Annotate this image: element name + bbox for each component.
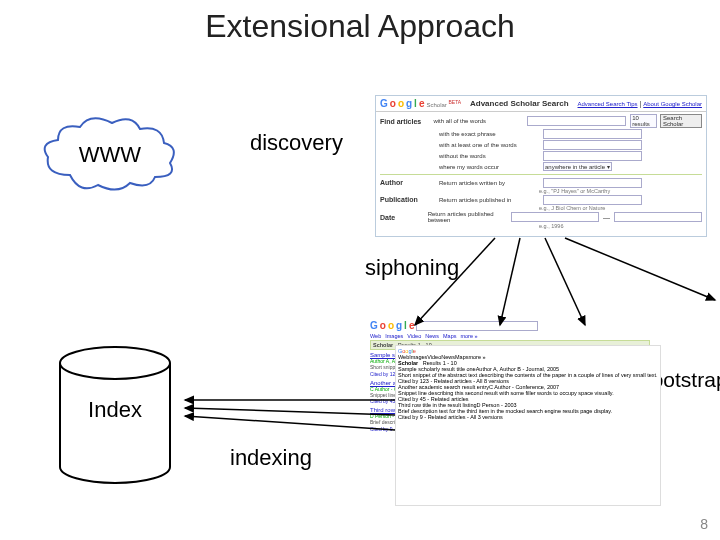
where-dropdown[interactable]: anywhere in the article ▾ xyxy=(543,162,612,171)
row-where: where my words occur xyxy=(439,164,539,170)
row-least: with at least one of the words xyxy=(439,142,539,148)
svg-line-1 xyxy=(415,238,495,325)
svg-line-2 xyxy=(500,238,520,325)
svg-line-4 xyxy=(565,238,715,300)
pub-label: Publication xyxy=(380,196,435,203)
results-list-front: Sample scholarly result title oneAuthor … xyxy=(398,366,658,420)
tips-link[interactable]: Advanced Search Tips xyxy=(578,101,638,107)
cloud-www: WWW xyxy=(40,115,180,195)
author-sub: Return articles written by xyxy=(439,180,539,186)
date-sub: Return articles published between xyxy=(428,211,507,223)
input-all-words[interactable] xyxy=(527,116,626,126)
cloud-label: WWW xyxy=(40,115,180,195)
label-indexing: indexing xyxy=(230,445,312,471)
label-siphoning: siphoning xyxy=(365,255,459,281)
search-results-front: Google WebImagesVideoNewsMapsmore » Scho… xyxy=(395,345,661,506)
svg-line-7 xyxy=(185,416,395,430)
row-phrase: with the exact phrase xyxy=(439,131,539,137)
page-number: 8 xyxy=(700,516,708,532)
date-hint: e.g., 1996 xyxy=(539,223,702,229)
search-box-back[interactable] xyxy=(416,321,538,331)
google-scholar-logo: Google Scholar BETA xyxy=(380,98,461,109)
about-link[interactable]: About Google Scholar xyxy=(643,101,702,107)
date-label: Date xyxy=(380,214,424,221)
results-count[interactable]: 10 results xyxy=(630,114,657,128)
row-without: without the words xyxy=(439,153,539,159)
google-logo-small: Google xyxy=(370,320,650,331)
svg-line-3 xyxy=(545,238,585,325)
form-title: Advanced Scholar Search xyxy=(470,99,569,108)
input-date-to[interactable] xyxy=(614,212,702,222)
cylinder-label: Index xyxy=(55,340,175,480)
input-date-from[interactable] xyxy=(511,212,599,222)
input-without[interactable] xyxy=(543,151,642,161)
label-discovery: discovery xyxy=(250,130,343,156)
pub-sub: Return articles published in xyxy=(439,197,539,203)
cylinder-index: Index xyxy=(55,345,175,485)
input-author[interactable] xyxy=(543,178,642,188)
input-publication[interactable] xyxy=(543,195,642,205)
input-at-least-one[interactable] xyxy=(543,140,642,150)
svg-line-6 xyxy=(185,408,395,415)
scholar-advanced-form: Google Scholar BETA Advanced Scholar Sea… xyxy=(375,95,707,237)
input-exact-phrase[interactable] xyxy=(543,129,642,139)
author-label: Author xyxy=(380,179,435,186)
tabs-back: WebImagesVideoNewsMapsmore » xyxy=(370,333,650,339)
slide-title: Extensional Approach xyxy=(0,8,720,45)
search-scholar-button[interactable]: Search Scholar xyxy=(660,114,702,128)
row-all: with all of the words xyxy=(433,118,523,124)
find-articles-label: Find articles xyxy=(380,118,429,125)
